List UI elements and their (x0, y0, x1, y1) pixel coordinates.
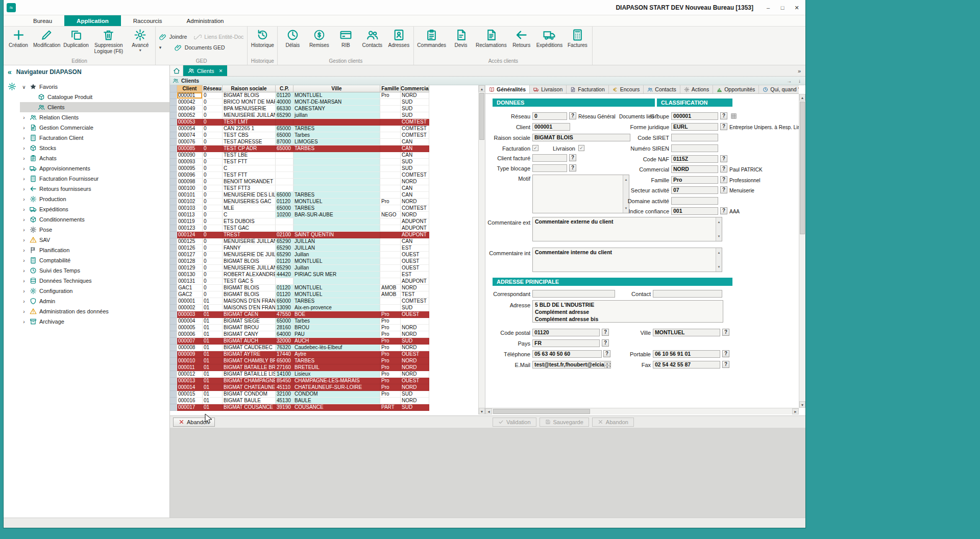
panel-tab-qui-quand[interactable]: Qui, quand ? (759, 85, 799, 93)
ribbon-de-lais[interactable]: Délais (279, 27, 306, 57)
column-header-famille[interactable]: Famille (380, 85, 401, 92)
dock-down-icon[interactable]: ↓ (796, 78, 803, 84)
column-header-c-p[interactable]: C.P. (276, 85, 293, 92)
table-row[interactable]: 0000490BPA MENUISERIE66330CABESTANYSUD (170, 106, 485, 112)
row-selector[interactable] (170, 172, 177, 179)
pays-help-button[interactable]: ? (602, 339, 609, 347)
sidebar-item-conditionnements[interactable]: ›Conditionnements (20, 214, 169, 225)
panel-tab-opportunite-s[interactable]: Opportunités (713, 85, 759, 93)
row-selector[interactable] (170, 132, 177, 139)
ville-help-button[interactable]: ? (722, 329, 729, 336)
type-blocage-help-button[interactable]: ? (569, 164, 576, 172)
sidebar-item-sav[interactable]: ›SAV (20, 235, 169, 245)
code-postal-help-button[interactable]: ? (602, 329, 609, 336)
sidebar-item-relation-clients[interactable]: ›Relation Clients (20, 112, 169, 122)
table-row[interactable]: 0001030MLE65000TARBESCOMTEST (170, 205, 485, 212)
sauvegarde-button[interactable]: Sauvegarde (540, 418, 589, 427)
menu-administration[interactable]: Administration (175, 15, 236, 26)
close-button[interactable]: ✕ (790, 3, 803, 13)
scroll-up-icon[interactable]: ▲ (799, 94, 805, 101)
ribbon-liens-entite-doc[interactable]: Liens Entité-Doc (194, 33, 243, 41)
facturation-checkbox[interactable]: ✓ (532, 145, 538, 151)
row-selector[interactable] (170, 358, 177, 364)
table-row[interactable]: 0000980BENOIT MORANDETNORD (170, 179, 485, 185)
ribbon-devis[interactable]: Devis (448, 27, 474, 57)
table-row[interactable]: 0001270MENUISERIE DE JUILLAN65290Juillan… (170, 252, 485, 258)
table-row[interactable]: 00000901BIGMAT AYTRE17440AytreProOUEST (170, 351, 485, 358)
famille-help-button[interactable]: ? (720, 176, 727, 183)
minimize-button[interactable]: – (762, 3, 775, 13)
table-row[interactable]: 0001010MENUISERIE DES LILAS65000TARBESCA… (170, 192, 485, 199)
table-row[interactable]: 00001501BIGMAT CONDOM32100CONDOMProSUD (170, 391, 485, 398)
client-field[interactable]: 000001 (532, 123, 570, 131)
sidebar-item-gestion-commerciale[interactable]: ›Gestion Commerciale (20, 122, 169, 133)
ribbon-adresses[interactable]: Adresses (385, 27, 412, 57)
correspondant-field[interactable] (532, 290, 615, 298)
secteur-field[interactable]: 07 (671, 186, 718, 194)
ribbon-remises[interactable]: Remises (306, 27, 332, 57)
validation-button[interactable]: Validation (493, 418, 536, 427)
ribbon-avance[interactable]: Avancé▾ (127, 27, 154, 57)
forme-juridique-field[interactable]: EURL (671, 123, 718, 131)
row-selector[interactable] (170, 291, 177, 298)
sidebar-item-configuration[interactable]: ›Configuration (20, 286, 169, 296)
home-tab[interactable] (170, 65, 183, 76)
adresse-textarea[interactable]: 5 BLD DE L'INDUSTRIE Complément adresse … (532, 300, 723, 323)
commercial-field[interactable]: NORD (671, 165, 718, 173)
email-field[interactable]: test@test.fr,fhoubert@elcia.co ▲▼ (532, 361, 611, 369)
numero-siren-field[interactable] (671, 144, 718, 152)
scroll-up-icon[interactable]: ▲ (479, 85, 485, 92)
sidebar-item-facturation-client[interactable]: ›Facturation Client (20, 133, 169, 143)
tab-clients[interactable]: Clients ✕ (183, 65, 227, 76)
sidebar-item-retours-fournisseurs[interactable]: ›Retours fournisseurs (20, 184, 169, 194)
code-postal-field[interactable]: 01120 (532, 329, 600, 336)
panel-tab-actions[interactable]: Actions (680, 85, 713, 93)
ribbon-reclamations[interactable]: Reclamations (474, 27, 508, 57)
row-selector[interactable] (170, 351, 177, 358)
row-selector[interactable] (170, 145, 177, 152)
groupe-field[interactable]: 000001 (671, 112, 718, 120)
ribbon-factures[interactable]: Factures (564, 27, 591, 57)
sidebar-item-admin[interactable]: ›Admin (20, 296, 169, 306)
sidebar-item-suivi-des-temps[interactable]: ›Suivi des Temps (20, 265, 169, 276)
code-naf-help-button[interactable]: ? (720, 155, 727, 162)
table-vertical-scrollbar[interactable]: ▲ ▼ (478, 85, 485, 414)
row-selector[interactable] (170, 331, 177, 338)
row-selector[interactable] (170, 325, 177, 331)
column-header-re-seau[interactable]: Réseau (203, 85, 223, 92)
row-selector[interactable] (170, 318, 177, 325)
scroll-down-icon[interactable]: ▼ (479, 408, 485, 414)
code-naf-field[interactable]: 0115Z (671, 155, 718, 163)
sidebar-item-archivage[interactable]: ›Archivage (20, 316, 169, 327)
sidebar-item-catalogue-produit[interactable]: Catalogue Produit (20, 92, 169, 102)
table-row[interactable]: 0000850TEST CP ADR65000TARBESCAN (170, 145, 485, 152)
dock-right-icon[interactable]: → (785, 78, 794, 84)
reseau-help-button[interactable]: ? (569, 112, 576, 119)
table-row[interactable]: 0000540CAN 22265 165000TARBESCOMTEST (170, 126, 485, 132)
row-selector[interactable] (170, 258, 177, 265)
sidebar-collapse-button[interactable]: « (8, 68, 12, 76)
row-selector[interactable] (170, 285, 177, 291)
table-row[interactable]: 00000201MAISONS D'EN FRANCE13090Aix-en-p… (170, 305, 485, 311)
client-facture-help-button[interactable]: ? (569, 154, 576, 161)
row-selector[interactable] (170, 199, 177, 205)
ribbon-rib[interactable]: RIB (332, 27, 359, 57)
scroll-left-icon[interactable]: ◄ (485, 408, 492, 414)
row-selector[interactable] (170, 384, 177, 391)
sidebar-item-clients[interactable]: Clients (20, 102, 169, 112)
row-selector[interactable] (170, 139, 177, 145)
table-row[interactable]: 0001190ETS DUBOISADUPONT (170, 218, 485, 225)
famille-field[interactable]: Pro (671, 176, 718, 184)
table-row[interactable]: 00000801BIGMAT CAUDEBEC76320Caudebec-lès… (170, 345, 485, 351)
row-selector[interactable] (170, 298, 177, 305)
client-facture-field[interactable] (532, 154, 567, 162)
ribbon-documents-ged[interactable]: Documents GED (175, 44, 225, 52)
sidebar-item-favoris[interactable]: ∨Favoris (20, 82, 169, 92)
table-row[interactable]: 00001301BIGMAT CHAMPAGNE-LE85450CHAMPAGN… (170, 378, 485, 384)
table-row[interactable]: 00000701BIGMAT AUCH32000AUCHProSUD (170, 338, 485, 345)
row-selector[interactable] (170, 272, 177, 278)
sidebar-item-stocks[interactable]: ›Stocks (20, 143, 169, 153)
row-selector[interactable] (170, 278, 177, 285)
panel-tab-livraison[interactable]: Livraison (530, 85, 567, 93)
table-row[interactable]: 0001020MENUISERIES GAC01120MONTLUELProNO… (170, 199, 485, 205)
